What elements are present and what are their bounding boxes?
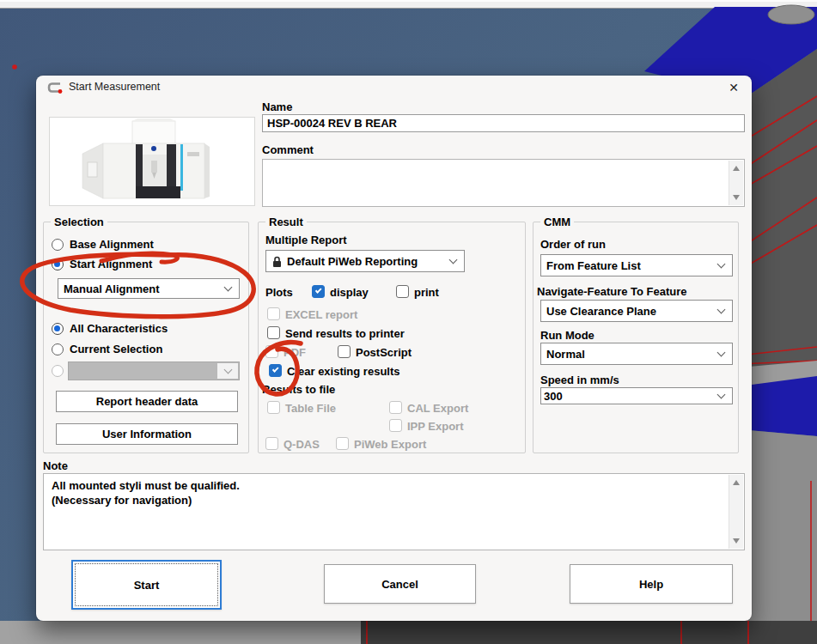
clear-existing-results-label: Clear existing results <box>287 365 400 378</box>
help-button[interactable]: Help <box>570 564 733 604</box>
result-group: Result Multiple Report Default PiWeb Rep… <box>258 222 526 453</box>
current-selection-label: Current Selection <box>70 343 162 355</box>
chevron-down-icon <box>717 306 726 314</box>
comment-scrollbar[interactable] <box>729 161 743 205</box>
chevron-down-icon <box>224 283 233 292</box>
alignment-dropdown-value: Manual Alignment <box>64 283 159 295</box>
base-alignment-label: Base Alignment <box>70 238 154 251</box>
stray-red-dot <box>12 64 17 70</box>
chevron-down-icon <box>717 260 726 269</box>
report-header-data-button[interactable]: Report header data <box>56 391 238 412</box>
multiple-report-label: Multiple Report <box>265 234 347 246</box>
scroll-down-icon[interactable] <box>733 195 740 200</box>
send-results-printer-label: Send results to printer <box>285 327 405 340</box>
run-mode-dropdown[interactable]: Normal <box>540 343 733 365</box>
multiple-report-dropdown-value: Default PiWeb Reporting <box>287 255 418 268</box>
dialog-titlebar[interactable]: Start Measurement ✕ <box>36 76 752 99</box>
send-results-printer-checkbox[interactable] <box>267 326 280 339</box>
start-alignment-label: Start Alignment <box>70 258 152 270</box>
plots-label: Plots <box>265 286 293 299</box>
note-line-1: All mounted styli must be qualified. <box>52 478 240 493</box>
current-selection-radio[interactable] <box>52 343 64 355</box>
qdas-checkbox[interactable] <box>265 437 278 450</box>
pdf-label: PDF <box>284 346 306 359</box>
excel-report-label: EXCEL report <box>285 308 357 321</box>
all-characteristics-radio[interactable] <box>52 323 64 335</box>
speed-combobox[interactable]: 300 <box>540 387 733 404</box>
comment-textarea[interactable] <box>262 159 745 207</box>
postscript-checkbox[interactable] <box>338 345 351 358</box>
qdas-label: Q-DAS <box>284 438 320 451</box>
speed-label: Speed in mm/s <box>540 374 619 386</box>
user-information-button[interactable]: User Information <box>56 423 238 445</box>
navigate-dropdown[interactable]: Use Clearance Plane <box>540 300 733 322</box>
dialog-title: Start Measurement <box>69 76 160 99</box>
result-group-label: Result <box>265 216 307 228</box>
order-of-run-label: Order of run <box>540 238 606 251</box>
plots-print-label: print <box>414 286 439 299</box>
results-to-file-label: Results to file <box>262 383 335 396</box>
pdf-checkbox[interactable] <box>265 345 278 358</box>
chevron-down-icon <box>717 391 726 399</box>
name-input[interactable]: HSP-00024 REV B REAR <box>262 114 745 132</box>
note-scrollbar[interactable] <box>729 475 743 549</box>
start-measurement-dialog: Start Measurement ✕ <box>36 76 752 621</box>
desktop-screen: Start Measurement ✕ <box>0 0 817 644</box>
scroll-up-icon[interactable] <box>733 166 740 171</box>
selection-group: Selection Base Alignment Start Alignment… <box>43 222 249 453</box>
cancel-button[interactable]: Cancel <box>324 564 476 604</box>
note-line-2: (Necessary for navigation) <box>52 493 240 507</box>
navigate-label: Navigate-Feature To Feature <box>537 285 687 298</box>
chevron-down-icon <box>449 256 458 264</box>
speed-value: 300 <box>544 390 563 403</box>
plots-display-checkbox[interactable] <box>312 285 325 298</box>
note-textarea[interactable]: All mounted styli must be qualified. (Ne… <box>43 473 745 550</box>
order-of-run-dropdown[interactable]: From Feature List <box>540 254 733 276</box>
cal-export-checkbox[interactable] <box>389 401 402 414</box>
lock-icon <box>272 256 282 268</box>
run-mode-label: Run Mode <box>540 329 594 342</box>
custom-selection-dropdown[interactable] <box>68 361 240 380</box>
scroll-down-icon[interactable] <box>733 538 740 544</box>
calypso-app-icon <box>47 82 64 94</box>
all-characteristics-label: All Characteristics <box>70 322 168 335</box>
close-icon[interactable]: ✕ <box>724 78 743 97</box>
cal-export-label: CAL Export <box>407 402 468 415</box>
ipp-export-checkbox[interactable] <box>389 419 402 432</box>
clear-existing-results-checkbox[interactable] <box>269 364 282 377</box>
scroll-up-icon[interactable] <box>733 480 740 485</box>
table-file-checkbox[interactable] <box>267 401 280 414</box>
ipp-export-label: IPP Export <box>407 420 464 433</box>
plots-print-checkbox[interactable] <box>396 285 409 298</box>
run-mode-value: Normal <box>546 348 585 361</box>
piweb-export-checkbox[interactable] <box>336 437 349 450</box>
navigate-value: Use Clearance Plane <box>546 305 656 318</box>
machine-image <box>49 117 255 206</box>
order-of-run-value: From Feature List <box>546 259 641 272</box>
cmm-group: CMM Order of run From Feature List Navig… <box>533 222 739 453</box>
table-file-label: Table File <box>285 402 336 415</box>
piweb-export-label: PiWeb Export <box>354 438 426 451</box>
note-label: Note <box>43 459 68 472</box>
chevron-down-icon <box>717 349 726 357</box>
start-alignment-radio[interactable] <box>52 258 64 270</box>
name-label: Name <box>262 100 292 113</box>
alignment-dropdown[interactable]: Manual Alignment <box>58 278 240 299</box>
base-alignment-radio[interactable] <box>52 239 64 251</box>
bottom-strip-light <box>0 621 361 644</box>
excel-report-checkbox[interactable] <box>267 307 280 320</box>
cmm-group-label: CMM <box>540 216 574 228</box>
multiple-report-dropdown[interactable]: Default PiWeb Reporting <box>265 250 465 272</box>
comment-label: Comment <box>262 143 314 156</box>
start-button[interactable]: Start <box>71 560 222 610</box>
plots-display-label: display <box>330 286 369 299</box>
custom-selection-radio[interactable] <box>52 365 64 377</box>
selection-group-label: Selection <box>51 216 107 228</box>
postscript-label: PostScript <box>356 346 412 359</box>
